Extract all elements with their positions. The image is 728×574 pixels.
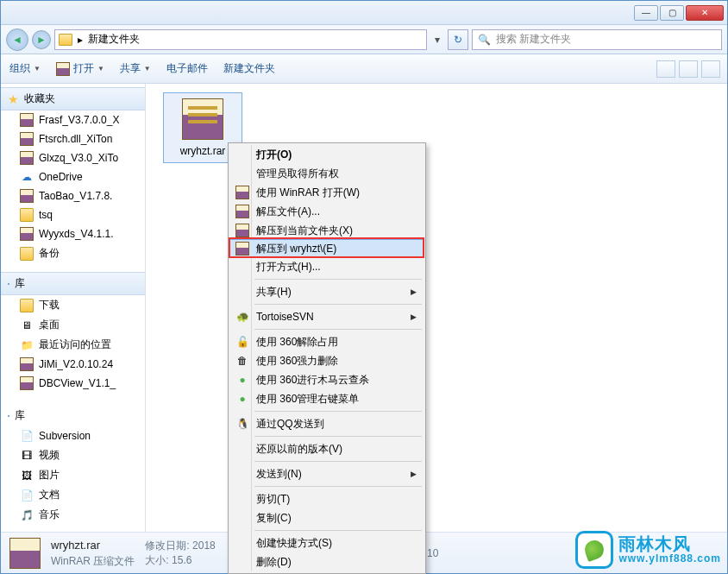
- sidebar-item[interactable]: 🎵音乐: [1, 505, 145, 525]
- details-filename: wryhzt.rar: [51, 537, 135, 554]
- address-dropdown[interactable]: ▾: [430, 30, 444, 49]
- sidebar-item[interactable]: Wyyxds_V4.1.1.: [1, 224, 145, 243]
- qq-icon: 🐧: [235, 417, 249, 431]
- close-button[interactable]: ✕: [686, 5, 724, 21]
- cloud-icon: ☁: [20, 170, 34, 184]
- preview-pane-button[interactable]: [679, 60, 698, 78]
- menu-tortoisesvn[interactable]: 🐢TortoiseSVN▶: [230, 307, 424, 326]
- folder-icon: [59, 34, 72, 46]
- menu-360-unlock[interactable]: 🔓使用 360解除占用: [230, 332, 424, 351]
- help-button[interactable]: [701, 60, 720, 78]
- size-value: 15.6: [172, 554, 191, 566]
- sidebar-item[interactable]: DBCView_V1.1_: [1, 374, 145, 393]
- toolbar: 组织▼ 打开▼ 共享▼ 电子邮件 新建文件夹: [1, 54, 727, 84]
- sidebar-item[interactable]: 备份: [1, 243, 145, 263]
- rar-icon: [20, 227, 34, 241]
- sidebar-item[interactable]: 📄Subversion: [1, 426, 145, 445]
- minimize-button[interactable]: —: [634, 5, 658, 21]
- sidebar-item[interactable]: tsq: [1, 205, 145, 224]
- maximize-button[interactable]: ▢: [660, 5, 684, 21]
- recent-icon: 📁: [20, 338, 34, 352]
- menu-send-to[interactable]: 发送到(N)▶: [230, 464, 424, 483]
- organize-button[interactable]: 组织▼: [9, 61, 41, 76]
- folder-icon: [20, 299, 34, 312]
- rar-icon: [20, 376, 34, 390]
- 360-icon: 🔓: [235, 335, 249, 349]
- watermark-url: www.ylmf888.com: [618, 553, 721, 565]
- submenu-arrow-icon: ▶: [411, 312, 417, 321]
- library-icon: [8, 283, 9, 285]
- watermark-logo: [575, 531, 613, 569]
- sidebar-item[interactable]: 下载: [1, 295, 145, 315]
- titlebar[interactable]: — ▢ ✕: [1, 1, 727, 25]
- rar-icon: [235, 186, 249, 199]
- sidebar-item[interactable]: Ftsrch.dll_XiTon: [1, 129, 145, 148]
- sidebar-item[interactable]: 📁最近访问的位置: [1, 335, 145, 355]
- folder-icon: [20, 247, 34, 261]
- menu-360-force-delete[interactable]: 🗑使用 360强力删除: [230, 351, 424, 370]
- tortoise-icon: 🐢: [235, 310, 249, 324]
- rar-icon: [20, 113, 34, 127]
- navigation-pane: ★ 收藏夹 Frasf_V3.7.0.0_X Ftsrch.dll_XiTon …: [1, 84, 146, 532]
- sidebar-item[interactable]: ☁OneDrive: [1, 167, 145, 186]
- menu-share[interactable]: 共享(H)▶: [230, 282, 424, 301]
- rar-icon: [235, 242, 249, 255]
- menu-admin[interactable]: 管理员取得所有权: [230, 164, 424, 183]
- email-button[interactable]: 电子邮件: [166, 61, 208, 76]
- submenu-arrow-icon: ▶: [411, 470, 417, 478]
- view-button[interactable]: [656, 60, 675, 78]
- menu-copy[interactable]: 复制(C): [230, 508, 424, 527]
- size-label: 大小:: [145, 554, 168, 566]
- sidebar-item[interactable]: 📄文档: [1, 485, 145, 505]
- sidebar-item[interactable]: TaoBao_V1.7.8.: [1, 186, 145, 205]
- address-bar: ◄ ► ▸ 新建文件夹 ▾ ↻ 🔍 搜索 新建文件夹: [1, 25, 727, 54]
- search-placeholder: 搜索 新建文件夹: [496, 32, 571, 47]
- picture-icon: 🖼: [20, 469, 34, 483]
- sidebar-item[interactable]: Frasf_V3.7.0.0_X: [1, 110, 145, 129]
- back-button[interactable]: ◄: [6, 28, 28, 51]
- refresh-button[interactable]: ↻: [448, 29, 468, 50]
- sidebar-item[interactable]: 🎞视频: [1, 445, 145, 465]
- share-button[interactable]: 共享▼: [120, 61, 151, 76]
- favorites-header[interactable]: ★ 收藏夹: [1, 87, 145, 110]
- file-name: wryhzt.rar: [180, 145, 226, 157]
- open-button[interactable]: 打开▼: [56, 61, 104, 76]
- address-box[interactable]: ▸ 新建文件夹: [54, 29, 427, 50]
- menu-open-with[interactable]: 打开方式(H)...: [230, 257, 424, 276]
- search-box[interactable]: 🔍 搜索 新建文件夹: [472, 29, 722, 50]
- sidebar-item[interactable]: 🖼图片: [1, 465, 145, 485]
- sidebar-item[interactable]: Glxzq_V3.0_XiTo: [1, 148, 145, 167]
- 360-icon: ●: [235, 373, 249, 387]
- libraries-header[interactable]: 库: [1, 272, 145, 295]
- rar-icon: [20, 189, 34, 203]
- menu-restore[interactable]: 还原以前的版本(V): [230, 439, 424, 458]
- sidebar-item[interactable]: 🖥桌面: [1, 315, 145, 335]
- menu-shortcut[interactable]: 创建快捷方式(S): [230, 533, 424, 552]
- breadcrumb-arrow[interactable]: ▸: [78, 34, 83, 46]
- menu-cut[interactable]: 剪切(T): [230, 489, 424, 508]
- menu-qq-send[interactable]: 🐧通过QQ发送到: [230, 414, 424, 433]
- rar-file-icon: [9, 538, 41, 569]
- menu-extract-to[interactable]: 解压到 wryhzt\(E): [229, 239, 424, 258]
- details-filetype: WinRAR 压缩文件: [51, 553, 135, 569]
- libraries2-header[interactable]: 库: [1, 405, 145, 426]
- menu-open[interactable]: 打开(O): [230, 145, 424, 164]
- sidebar-item[interactable]: JiMi_V2.0.10.24: [1, 355, 145, 374]
- menu-360-trojan[interactable]: ●使用 360进行木马云查杀: [230, 370, 424, 389]
- folder-icon: [20, 208, 34, 222]
- library-icon: [8, 415, 9, 417]
- video-icon: 🎞: [20, 449, 34, 463]
- menu-extract-here[interactable]: 解压到当前文件夹(X): [230, 221, 424, 240]
- document-icon: 📄: [20, 489, 34, 502]
- menu-extract-files[interactable]: 解压文件(A)...: [230, 202, 424, 221]
- context-menu: 打开(O) 管理员取得所有权 使用 WinRAR 打开(W) 解压文件(A)..…: [228, 142, 426, 574]
- menu-delete[interactable]: 删除(D): [230, 552, 424, 571]
- watermark-title: 雨林木风: [618, 534, 721, 553]
- menu-open-winrar[interactable]: 使用 WinRAR 打开(W): [230, 183, 424, 202]
- breadcrumb-folder[interactable]: 新建文件夹: [88, 32, 140, 47]
- rar-icon: [235, 224, 249, 237]
- forward-button[interactable]: ►: [32, 30, 51, 49]
- modified-label: 修改日期:: [145, 539, 189, 552]
- new-folder-button[interactable]: 新建文件夹: [223, 61, 275, 76]
- menu-360-rightclick[interactable]: ●使用 360管理右键菜单: [230, 389, 424, 408]
